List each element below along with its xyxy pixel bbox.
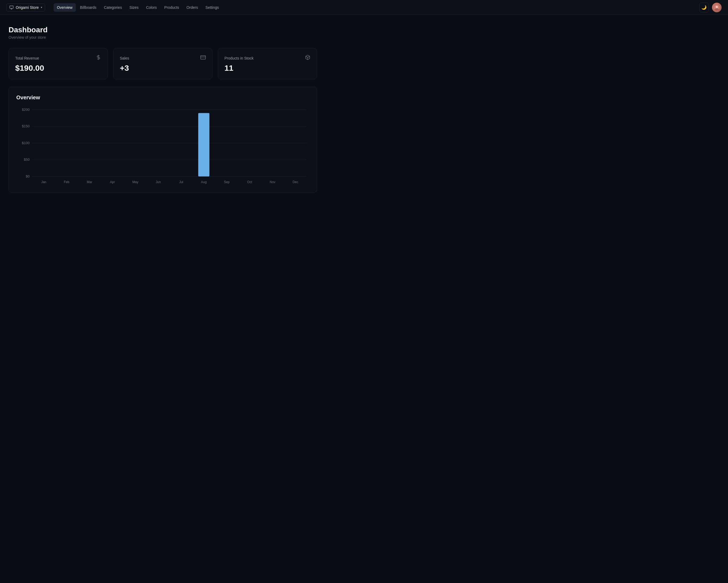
chart-title: Overview bbox=[16, 95, 309, 101]
svg-text:Jan: Jan bbox=[41, 180, 46, 184]
svg-text:$0: $0 bbox=[26, 174, 29, 178]
revenue-value: $190.00 bbox=[15, 64, 101, 73]
chart-area: $200 $150 $100 $50 $0 Jan bbox=[16, 107, 309, 187]
sales-card: Sales +3 bbox=[113, 48, 212, 79]
sales-label: Sales bbox=[120, 56, 129, 60]
stock-label: Products in Stock bbox=[225, 56, 254, 60]
svg-text:Feb: Feb bbox=[64, 180, 69, 184]
page-title: Dashboard bbox=[8, 26, 317, 34]
chart-svg: $200 $150 $100 $50 $0 Jan bbox=[16, 107, 309, 187]
total-revenue-card: Total Revenue $190.00 bbox=[8, 48, 108, 79]
svg-text:$150: $150 bbox=[22, 124, 30, 128]
store-icon bbox=[9, 5, 14, 9]
nav-colors[interactable]: Colors bbox=[143, 3, 160, 12]
nav-products[interactable]: Products bbox=[161, 3, 182, 12]
page-subtitle: Overview of your store bbox=[8, 35, 317, 40]
svg-text:Apr: Apr bbox=[110, 180, 115, 184]
moon-icon: 🌙 bbox=[701, 5, 707, 10]
nav-categories[interactable]: Categories bbox=[101, 3, 125, 12]
overview-chart-card: Overview $200 $150 $100 $50 $0 bbox=[8, 87, 317, 193]
svg-text:May: May bbox=[132, 180, 138, 184]
package-icon bbox=[305, 55, 310, 61]
avatar[interactable] bbox=[712, 3, 722, 12]
nav-overview[interactable]: Overview bbox=[54, 3, 76, 12]
svg-text:Nov: Nov bbox=[270, 180, 276, 184]
stock-card-header: Products in Stock bbox=[225, 55, 310, 61]
main-content: Dashboard Overview of your store Total R… bbox=[0, 15, 326, 203]
revenue-card-header: Total Revenue bbox=[15, 55, 101, 61]
svg-text:Jun: Jun bbox=[156, 180, 161, 184]
nav-orders[interactable]: Orders bbox=[183, 3, 201, 12]
store-selector[interactable]: Origami Store ▾ bbox=[6, 3, 45, 11]
svg-rect-0 bbox=[9, 6, 13, 8]
svg-text:$100: $100 bbox=[22, 141, 30, 145]
products-stock-card: Products in Stock 11 bbox=[218, 48, 317, 79]
svg-text:Mar: Mar bbox=[87, 180, 92, 184]
svg-point-2 bbox=[716, 6, 718, 8]
nav-links: Overview Billboards Categories Sizes Col… bbox=[54, 3, 691, 12]
revenue-label: Total Revenue bbox=[15, 56, 39, 60]
sales-card-header: Sales bbox=[120, 55, 206, 61]
svg-text:Dec: Dec bbox=[292, 180, 298, 184]
aug-bar bbox=[198, 113, 209, 177]
svg-text:$200: $200 bbox=[22, 107, 30, 111]
svg-text:Oct: Oct bbox=[247, 180, 252, 184]
nav-settings[interactable]: Settings bbox=[202, 3, 222, 12]
sales-value: +3 bbox=[120, 64, 206, 73]
stat-cards: Total Revenue $190.00 Sales bbox=[8, 48, 317, 79]
nav-sizes[interactable]: Sizes bbox=[126, 3, 142, 12]
nav-billboards[interactable]: Billboards bbox=[77, 3, 100, 12]
svg-text:Sep: Sep bbox=[224, 180, 230, 184]
stock-value: 11 bbox=[225, 64, 310, 73]
nav-actions: 🌙 bbox=[699, 3, 722, 12]
svg-text:$50: $50 bbox=[24, 157, 30, 161]
navbar: Origami Store ▾ Overview Billboards Cate… bbox=[0, 0, 728, 15]
svg-text:Jul: Jul bbox=[179, 180, 183, 184]
store-name: Origami Store bbox=[16, 5, 39, 9]
svg-rect-5 bbox=[201, 55, 206, 59]
chevron-down-icon: ▾ bbox=[41, 6, 42, 9]
credit-card-icon bbox=[201, 55, 206, 61]
dark-mode-button[interactable]: 🌙 bbox=[699, 3, 709, 12]
dollar-icon bbox=[96, 55, 101, 61]
svg-text:Aug: Aug bbox=[201, 180, 207, 184]
